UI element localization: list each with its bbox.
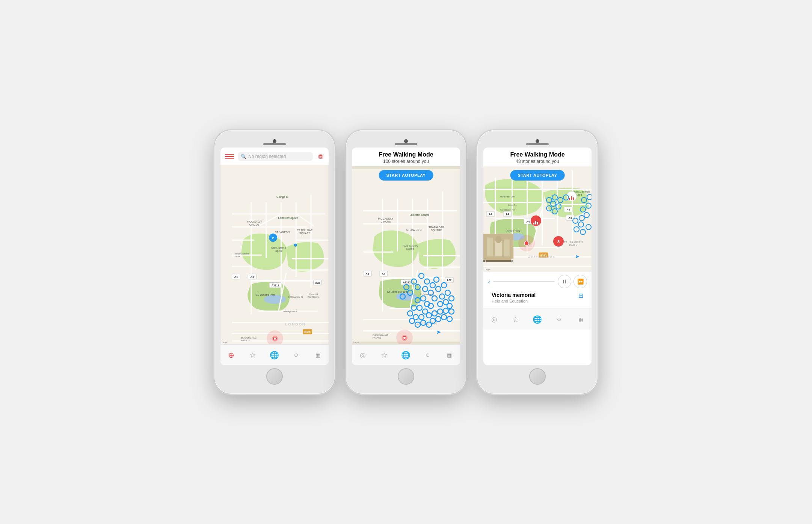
camera-1 [273,139,276,143]
svg-text:A4: A4 [382,273,385,275]
nav-person-3[interactable]: ○ [552,312,567,327]
svg-rect-248 [504,239,510,256]
svg-text:A4: A4 [234,276,238,278]
svg-text:3: 3 [557,239,560,244]
svg-text:LONDON: LONDON [285,322,306,326]
phone-2-bottom-nav: ◎ ☆ 🌐 ○ ▦ [352,344,460,365]
svg-rect-83 [442,191,443,282]
speaker-1 [263,143,286,145]
svg-rect-12 [232,239,254,241]
svg-text:Leicester Square: Leicester Square [278,217,298,220]
home-button-3[interactable] [529,368,546,385]
phone-2-subtitle: 100 stories around you [356,159,456,164]
star-icon-2: ☆ [381,351,388,360]
qr-icon-3: ▦ [578,316,583,322]
menu-button[interactable] [223,151,235,163]
svg-point-249 [495,236,501,243]
svg-text:ST JAMES'S: ST JAMES'S [275,231,290,233]
svg-text:➤: ➤ [436,329,441,335]
svg-text:Saint James's: Saint James's [574,190,590,193]
svg-text:BUCKINGHAM: BUCKINGHAM [241,337,256,339]
autoplay-button-3[interactable]: START AUTOPLAY [510,170,565,181]
svg-rect-9 [311,195,312,288]
svg-point-1 [264,295,286,304]
progress-bar: ♪ ⏸ ⏩ [488,275,587,288]
phone-3: Free Walking Mode 48 stories around you … [477,130,598,394]
filter-icon: ⛃ [318,153,323,160]
svg-rect-84 [363,210,457,211]
save-button-3[interactable]: ⊞ [578,292,583,299]
svg-text:CIRCUS: CIRCUS [249,223,260,226]
svg-text:A4: A4 [489,213,492,215]
nav-compass-2[interactable]: ◎ [355,348,370,363]
hamburger-line-2 [225,156,234,157]
svg-text:Square: Square [406,247,414,250]
svg-text:A4: A4 [506,213,509,215]
svg-text:Saint James's: Saint James's [403,245,418,247]
svg-text:SQUARE: SQUARE [299,232,311,235]
nav-compass-1[interactable]: ⊕ [224,348,239,363]
svg-text:WESTMINSTER: WESTMINSTER [528,256,555,259]
nav-star-1[interactable]: ☆ [245,348,260,363]
svg-rect-85 [363,223,438,224]
filter-button[interactable]: ⛃ [315,151,326,162]
nav-person-1[interactable]: ○ [289,348,304,363]
svg-rect-214 [533,223,534,224]
pause-icon: ⏸ [562,279,567,285]
home-button-1[interactable] [266,368,283,385]
svg-rect-2 [251,280,314,282]
phone-1-map: A4 A4 A3212 A32 A202 B324 B323 B326 [220,165,329,344]
nav-globe-2[interactable]: 🌐 [398,348,414,363]
media-subtitle: Help and Education [492,299,575,303]
svg-text:War Rooms: War Rooms [308,296,319,298]
nav-compass-3[interactable]: ◎ [487,312,502,327]
progress-line[interactable] [493,281,555,282]
svg-text:A4: A4 [251,276,254,278]
svg-point-221 [524,241,529,245]
person-icon-3: ○ [557,315,561,324]
pause-button[interactable]: ⏸ [558,275,571,288]
camera-3 [536,139,539,143]
phone-3-map: START AUTOPLAY [483,166,592,271]
svg-rect-215 [535,221,536,224]
nav-globe-3[interactable]: 🌐 [530,312,545,327]
nav-globe-1[interactable]: 🌐 [267,348,282,363]
nav-qr-1[interactable]: ▦ [310,348,325,363]
media-player: ♪ ⏸ ⏩ Victoria memorial Help and E [483,271,592,309]
home-button-2[interactable] [398,368,414,385]
search-box-1[interactable]: 🔍 No region selected [238,152,313,161]
svg-rect-180 [483,189,592,190]
nav-star-3[interactable]: ☆ [508,312,523,327]
nav-qr-2[interactable]: ▦ [442,348,457,363]
svg-text:A4: A4 [366,273,369,275]
phone-3-screen: Free Walking Mode 48 stories around you … [483,148,592,365]
speaker-3 [526,143,549,145]
person-icon-1: ○ [294,351,299,359]
svg-text:SQUARE: SQUARE [431,229,442,232]
svg-text:PICCADILLY: PICCADILLY [247,220,262,223]
phone-2: Free Walking Mode 100 stories around you… [346,130,466,394]
svg-point-72 [294,244,297,247]
forward-button[interactable]: ⏩ [574,275,587,288]
phone-2-header: Free Walking Mode 100 stories around you [352,148,460,166]
legal-text-1: Legal [222,341,228,343]
svg-rect-82 [427,199,428,270]
nav-star-2[interactable]: ☆ [377,348,392,363]
svg-rect-6 [266,202,267,258]
svg-text:PICCADILLY: PICCADILLY [378,217,394,220]
star-icon-1: ☆ [249,351,256,360]
svg-rect-90 [363,330,460,331]
svg-rect-17 [292,270,329,271]
svg-text:A4: A4 [567,208,570,211]
svg-rect-181 [483,202,543,203]
svg-text:Constitution Hill: Constitution Hill [500,209,515,211]
nav-qr-3[interactable]: ▦ [573,312,588,327]
svg-text:A4: A4 [569,217,572,219]
hamburger-line-1 [225,154,234,155]
phone-1-screen: 🔍 No region selected ⛃ [220,148,329,365]
autoplay-button-2[interactable]: START AUTOPLAY [379,170,433,181]
svg-rect-219 [571,196,572,200]
nav-person-2[interactable]: ○ [420,348,435,363]
svg-text:A4: A4 [527,220,530,223]
svg-text:of Arts: of Arts [234,255,240,257]
